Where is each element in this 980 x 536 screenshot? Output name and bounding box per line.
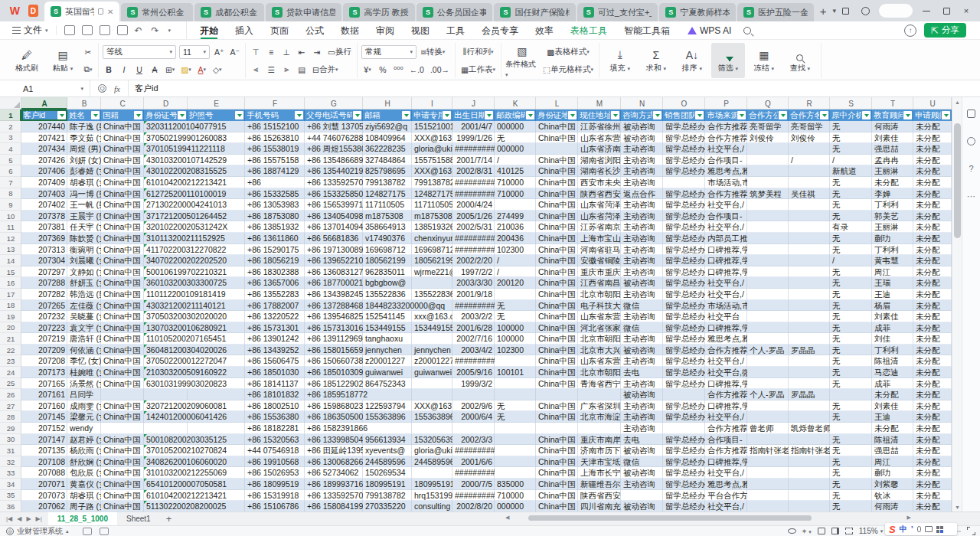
cell-S8[interactable]: 无	[830, 188, 872, 200]
cell-O31[interactable]: 留学总经办	[663, 445, 705, 456]
sheet-tab-Sheet1[interactable]: Sheet1	[117, 512, 160, 526]
document-tab-3[interactable]: S成都公积金.xlsx	[194, 3, 264, 21]
row-header-18[interactable]: 18	[0, 300, 21, 312]
preview-icon[interactable]	[117, 25, 128, 35]
cell-Q1[interactable]: 合作方公	[747, 109, 789, 121]
cell-R31[interactable]: 指南针张老	[789, 445, 830, 456]
cell-D30[interactable]: 500108200203035125	[144, 434, 188, 446]
cell-K21[interactable]: 100000	[495, 333, 536, 345]
cell-P13[interactable]: 口碑推荐,学	[705, 244, 747, 256]
cell-L11[interactable]: China中国	[536, 221, 578, 233]
cell-P3[interactable]: 合作方推荐	[705, 132, 747, 144]
menu-item-数据[interactable]: 数据	[332, 21, 368, 39]
name-box[interactable]: A1▾	[0, 80, 90, 96]
cell-H21[interactable]: tanghaoxu	[363, 333, 412, 345]
cell-P19[interactable]: 社交平台	[705, 311, 747, 322]
cell-J31[interactable]: #########	[452, 445, 495, 456]
cell-N26[interactable]: 被动咨询	[621, 389, 663, 400]
cell-D5[interactable]: 430103200107142529	[144, 155, 188, 166]
rpanel-copilot-icon[interactable]	[966, 136, 977, 146]
cell-O27[interactable]: 留学总经办	[663, 400, 705, 412]
cell-M29[interactable]	[578, 423, 621, 434]
column-header-O[interactable]: O	[663, 97, 705, 109]
restore-button[interactable]	[940, 5, 952, 16]
align-middle-icon[interactable]: ≡	[265, 45, 277, 58]
cell-M7[interactable]: 西安市未央	[578, 177, 621, 188]
cell-M20[interactable]: 河北省张家	[578, 322, 621, 334]
cell-S31[interactable]: 无	[830, 445, 872, 456]
filter-button-C[interactable]	[134, 111, 142, 119]
cell-B31[interactable]: 杨欣雨 (女	[67, 445, 101, 456]
cell-C21[interactable]: China中国	[101, 333, 144, 345]
cell-O30[interactable]: 留学总经办	[663, 434, 705, 446]
cell-F19[interactable]: +86 13220522	[245, 311, 305, 322]
cell-K12[interactable]: 200436	[495, 233, 536, 244]
cell-U4[interactable]: 未分配	[913, 143, 952, 155]
file-menu[interactable]: 文件▾	[6, 24, 54, 37]
row-header-31[interactable]: 31	[0, 445, 21, 456]
eye-protection-icon[interactable]	[788, 528, 796, 534]
cell-M26[interactable]	[578, 389, 621, 400]
row-header-29[interactable]: 29	[0, 423, 21, 434]
cell-P29[interactable]: 合作方推荐	[705, 423, 747, 434]
cell-M35[interactable]: 陕西省西安	[578, 490, 621, 502]
cell-M36[interactable]: 四川省南充	[578, 501, 621, 511]
cell-K3[interactable]: 无	[495, 132, 536, 144]
cell-T15[interactable]: 周江	[872, 266, 913, 278]
cell-C13[interactable]: China中国	[101, 244, 144, 256]
cell-F12[interactable]: +86 13611860	[245, 233, 305, 244]
cell-R17[interactable]	[789, 289, 830, 300]
row-header-11[interactable]: 11	[0, 221, 21, 233]
cell-Q25[interactable]	[747, 378, 789, 390]
cell-L31[interactable]: China中国	[536, 445, 578, 456]
cell-N15[interactable]: 主动咨询	[621, 266, 663, 278]
cell-D13[interactable]: 411702200312270822	[144, 244, 188, 256]
cell-H28[interactable]: 155363896	[363, 411, 412, 423]
cell-I6[interactable]: XXX@163.c	[412, 165, 452, 177]
cell-N34[interactable]: 主动咨询	[621, 479, 663, 490]
cell-Q20[interactable]	[747, 322, 789, 334]
cell-D26[interactable]	[144, 389, 188, 400]
cell-T12[interactable]: 蒯玏	[872, 233, 913, 244]
column-header-J[interactable]: J	[452, 97, 495, 109]
page-break-view-icon[interactable]	[845, 528, 853, 534]
cell-H31[interactable]: xyevents@	[363, 445, 412, 456]
cell-U17[interactable]: 未分配	[913, 289, 952, 300]
cell-N8[interactable]: 返点合作	[621, 188, 663, 200]
cell-C11[interactable]: China中国	[101, 221, 144, 233]
cell-M22[interactable]: 北京市大兴	[578, 345, 621, 356]
cell-F30[interactable]: +86 15320563	[245, 434, 305, 446]
cell-T16[interactable]: 王瑞	[872, 277, 913, 289]
cell-L26[interactable]	[536, 389, 578, 400]
cell-H33[interactable]: 150269534	[363, 467, 412, 479]
cell-S14[interactable]: /	[830, 255, 872, 266]
cell-L23[interactable]: China中国	[536, 355, 578, 367]
cell-B15[interactable]: 文静如 (女	[67, 266, 101, 278]
vertical-scroll-thumb[interactable]	[954, 123, 961, 238]
cell-T11[interactable]: 王丽淋	[872, 221, 913, 233]
column-header-E[interactable]: E	[188, 97, 245, 109]
document-tab-1[interactable]: S英国留学生:✕	[44, 2, 119, 21]
cell-C26[interactable]	[101, 389, 144, 400]
cell-I1[interactable]: 申请专用	[412, 109, 452, 121]
cell-A34[interactable]: 207071	[21, 479, 67, 490]
cell-A7[interactable]: 207409	[21, 177, 67, 188]
cell-I32[interactable]: 244589596	[412, 456, 452, 468]
cell-D4[interactable]: 370105199411221118	[144, 143, 188, 155]
cell-B22[interactable]: 何依涵 (女	[67, 345, 101, 356]
cell-O12[interactable]: 留学总经办	[663, 233, 705, 244]
cell-S4[interactable]: 无	[830, 143, 872, 155]
cell-S12[interactable]: 无	[830, 233, 872, 244]
cell-I36[interactable]: consulting	[412, 501, 452, 511]
cell-F26[interactable]: +86 18101832	[245, 389, 305, 400]
cell-T1[interactable]: 教育顾问	[872, 109, 913, 121]
cell-I5[interactable]: 155751588	[412, 155, 452, 166]
cell-I31[interactable]: gloria@uki	[412, 445, 452, 456]
cell-G13[interactable]: +86 1971300890	[305, 244, 363, 256]
docer-icon[interactable]: D	[28, 5, 39, 17]
cell-R24[interactable]	[789, 367, 830, 378]
cell-M31[interactable]: 济南市历下	[578, 445, 621, 456]
search-icon[interactable]	[743, 27, 751, 34]
cell-J5[interactable]: 2001/7/14	[452, 155, 495, 166]
menu-item-开始[interactable]: 开始	[191, 21, 227, 39]
